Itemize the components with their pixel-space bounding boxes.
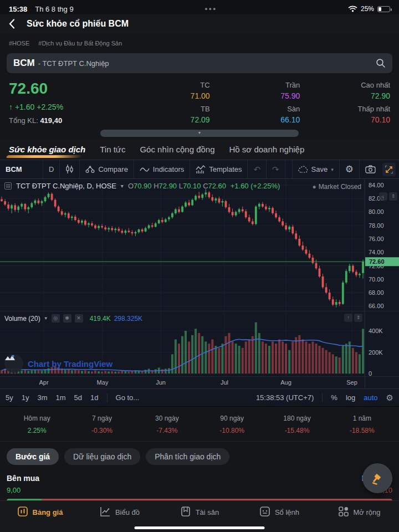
auto-scale-button[interactable]: auto bbox=[364, 393, 377, 402]
tv-symbol-button[interactable]: BCM bbox=[0, 160, 43, 178]
range-5y[interactable]: 5y bbox=[6, 393, 13, 402]
pane-collapse-icon[interactable]: ↓ bbox=[379, 192, 387, 201]
time-axis-label: Jul bbox=[221, 379, 228, 386]
tv-indicators-button[interactable]: Indicators bbox=[134, 160, 190, 178]
tv-chart[interactable]: 84.0082.0080.0078.0076.0074.0072.0070.00… bbox=[0, 179, 399, 407]
stat-7 ngày: 7 ngày-0.30% bbox=[69, 415, 134, 434]
tv-compare-button[interactable]: Compare bbox=[80, 160, 134, 178]
volume-ma-value: 298.325K bbox=[114, 315, 142, 323]
undo-icon: ↶ bbox=[253, 165, 260, 175]
time-axis[interactable]: AprMayJunJulAugSep bbox=[0, 377, 399, 389]
volume-value: 419.4K bbox=[90, 315, 111, 323]
svg-text:68.00: 68.00 bbox=[369, 289, 384, 296]
range-1m[interactable]: 1m bbox=[56, 393, 66, 402]
buy-side-label: Bên mua bbox=[7, 474, 39, 483]
compare-icon bbox=[85, 165, 95, 173]
tv-bottom-toolbar: 5y1y3m1m5d1d Go to... 15:38:53 (UTC+7) %… bbox=[0, 389, 399, 407]
tv-undo-button[interactable]: ↶ bbox=[248, 160, 267, 178]
quote-field: Sàn66.10 bbox=[216, 104, 300, 127]
nav-item-order-book[interactable]: Sổ lệnh bbox=[239, 506, 319, 519]
status-date: Th 6 8 thg 9 bbox=[35, 5, 73, 13]
legend-source-icon[interactable]: ▤ bbox=[4, 182, 12, 190]
tv-fullscreen-button[interactable] bbox=[382, 163, 396, 176]
tv-interval-button[interactable]: D bbox=[43, 160, 60, 178]
tv-toolbar: BCM D Compare bbox=[0, 160, 399, 179]
volume-pane[interactable]: 400K200K0 Volume (20) ▼ ◎ ✱ ✕ 419.4K 298… bbox=[0, 311, 399, 377]
tv-snapshot-button[interactable] bbox=[360, 160, 381, 178]
symbol-search-bar[interactable]: BCM - TCT ĐTPT C.Nghiệp bbox=[7, 53, 392, 73]
eye-icon[interactable]: ◎ bbox=[52, 314, 60, 323]
nav-item-price-board[interactable]: Bảng giá bbox=[0, 506, 80, 519]
hashtag[interactable]: #HOSE bbox=[9, 40, 29, 47]
volume-legend[interactable]: Volume (20) ▼ ◎ ✱ ✕ 419.4K 298.325K bbox=[4, 314, 142, 323]
price-board-icon bbox=[17, 506, 28, 519]
search-icon[interactable] bbox=[376, 58, 386, 68]
close-icon[interactable]: ✕ bbox=[75, 314, 83, 323]
indicators-icon bbox=[140, 167, 150, 172]
status-time: 15:38 bbox=[9, 5, 27, 13]
home-indicator[interactable] bbox=[135, 526, 265, 529]
tv-settings-button[interactable]: ⚙ bbox=[340, 160, 360, 178]
tv-save-button[interactable]: Save ▾ bbox=[293, 160, 340, 178]
battery-percent: 25% bbox=[361, 5, 374, 13]
range-5d[interactable]: 5d bbox=[74, 393, 82, 402]
goto-button[interactable]: Go to... bbox=[116, 393, 140, 402]
chart-legend[interactable]: ▤ TCT ĐTPT C.Nghiệp, D, HOSE ▾ O70.90 H7… bbox=[4, 182, 280, 190]
tradingview-watermark[interactable]: Chart by TradingView bbox=[4, 354, 112, 373]
tv-redo-button[interactable]: ↷ bbox=[267, 160, 285, 178]
tv-templates-button[interactable]: Templates bbox=[190, 160, 248, 178]
range-1d[interactable]: 1d bbox=[90, 393, 98, 402]
nav-item-chart[interactable]: Biểu đồ bbox=[80, 506, 160, 519]
pane-buttons[interactable]: ↑ ⇕ bbox=[344, 314, 362, 322]
gear-icon[interactable]: ⚙ bbox=[386, 393, 393, 403]
expand-arrows-icon bbox=[385, 165, 393, 174]
order-book-icon bbox=[259, 506, 270, 519]
svg-text:72.60: 72.60 bbox=[369, 258, 385, 265]
range-3m[interactable]: 3m bbox=[37, 393, 47, 402]
chevron-down-icon: ▼ bbox=[44, 316, 48, 321]
nav-item-assets[interactable]: Tài sản bbox=[160, 506, 239, 519]
gavel-icon bbox=[370, 471, 385, 485]
back-button[interactable] bbox=[9, 18, 20, 29]
candlestick-icon bbox=[65, 165, 74, 174]
pane-up-icon[interactable]: ↑ bbox=[344, 314, 352, 322]
templates-icon bbox=[196, 165, 206, 174]
quote-field: Cao nhất72.90 bbox=[305, 80, 390, 104]
percent-scale-button[interactable]: % bbox=[331, 393, 337, 402]
log-scale-button[interactable]: log bbox=[346, 393, 355, 402]
pane-buttons[interactable]: ↓ ⇕ bbox=[379, 192, 397, 201]
gear-icon[interactable]: ✱ bbox=[63, 314, 71, 323]
pane-maximize-icon[interactable]: ⇕ bbox=[354, 314, 362, 322]
section-tabs: Sức khỏe giao dịchTin tứcGóc nhìn cộng đ… bbox=[0, 139, 399, 160]
tv-chart-style-button[interactable] bbox=[60, 160, 80, 178]
svg-text:70.00: 70.00 bbox=[369, 276, 384, 283]
hashtag[interactable]: #Dịch vụ Đầu tư Bất Động Sản bbox=[38, 40, 122, 47]
tab-0[interactable]: Sức khỏe giao dịch bbox=[9, 145, 85, 160]
legend-title[interactable]: TCT ĐTPT C.Nghiệp, D, HOSE bbox=[16, 182, 116, 190]
detail-tab[interactable]: Dữ liệu giao dịch bbox=[64, 448, 140, 465]
tab-3[interactable]: Hồ sơ doanh nghiệp bbox=[229, 145, 305, 160]
range-1y[interactable]: 1y bbox=[22, 393, 29, 402]
time-axis-label: May bbox=[97, 379, 109, 386]
quote-field: Trần75.90 bbox=[216, 80, 300, 104]
stat-90 ngày: 90 ngày-10.80% bbox=[200, 415, 264, 434]
pane-maximize-icon[interactable]: ⇕ bbox=[389, 192, 397, 201]
camera-icon bbox=[365, 165, 376, 173]
buy-volume: 9,00 bbox=[7, 486, 21, 494]
quote-panel: 72.60 ↑ +1.60 +2.25% Tổng KL: 419,40 TC7… bbox=[0, 76, 399, 129]
order-fab-button[interactable] bbox=[362, 463, 392, 493]
time-axis-label: Aug bbox=[280, 379, 291, 386]
page-title: Sức khỏe cổ phiếu BCM bbox=[27, 19, 129, 29]
status-bar: 15:38 Th 6 8 thg 9 ●●● 25% bbox=[0, 0, 399, 14]
quote-field: Thấp nhất70.10 bbox=[305, 104, 390, 127]
tab-2[interactable]: Góc nhìn cộng đồng bbox=[140, 145, 214, 160]
detail-tab[interactable]: Bước giá bbox=[7, 448, 59, 465]
detail-tab[interactable]: Phân tích giao dịch bbox=[146, 448, 229, 465]
stat-Hôm nay: Hôm nay2.25% bbox=[4, 415, 69, 434]
nav-item-more[interactable]: Mở rộng bbox=[319, 506, 399, 519]
clock-label[interactable]: 15:38:53 (UTC+7) bbox=[256, 393, 314, 402]
tab-1[interactable]: Tin tức bbox=[100, 145, 125, 160]
price-pane[interactable]: 84.0082.0080.0078.0076.0074.0072.0070.00… bbox=[0, 179, 399, 311]
collapse-handle[interactable]: ▼ bbox=[100, 130, 299, 137]
stat-30 ngày: 30 ngày-7.43% bbox=[135, 415, 200, 434]
